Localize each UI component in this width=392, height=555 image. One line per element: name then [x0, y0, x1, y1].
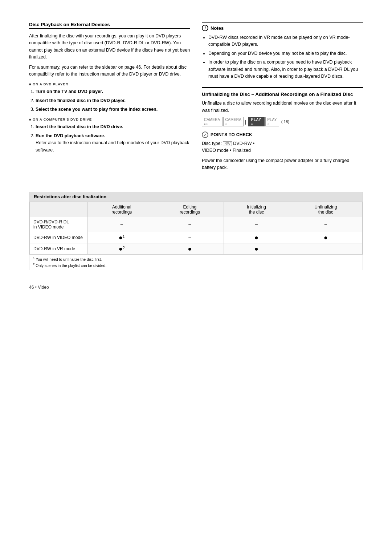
right-column: i Notes DVD-RW discs recorded in VR mode…: [202, 22, 363, 177]
table-row: DVD-R/DVD-R DLin VIDEO mode – – – –: [30, 217, 363, 232]
note-1: DVD-RW discs recorded in VR mode can be …: [208, 34, 363, 48]
row-label-dvdr: DVD-R/DVD-R DLin VIDEO mode: [30, 217, 88, 232]
points-power: Power the camcorder using the compact po…: [202, 157, 363, 171]
cell-dvdrw-vr-unfinalizing: –: [289, 243, 362, 254]
note-3: In order to play the disc on a computer …: [208, 59, 363, 80]
cell-dvdr-unfinalizing: –: [289, 217, 362, 232]
note-2: Depending on your DVD device you may not…: [208, 50, 363, 57]
restrictions-table: Additionalrecordings Editingrecordings I…: [29, 202, 363, 255]
col-header-editing: Editingrecordings: [156, 202, 224, 217]
col-header-additional: Additionalrecordings: [88, 202, 156, 217]
computer-step-2-sub: Refer also to the instruction manual and…: [36, 140, 189, 152]
intro-para-2: For a summary, you can refer to the side…: [29, 64, 190, 78]
points-title: Points to Check: [211, 132, 252, 137]
row-label-dvdrw-vr: DVD-RW in VR mode: [30, 243, 88, 254]
cell-dvdr-editing: –: [156, 217, 224, 232]
badge-camera-2: CAMERA○: [223, 117, 244, 126]
col-header-initializing: Initializingthe disc: [224, 202, 289, 217]
points-disc-type: Disc type: RW DVD-RW •VIDEO mode • Final…: [202, 140, 363, 154]
cell-dvdrw-vr-initializing: ●: [224, 243, 289, 254]
dvd-step-3: Select the scene you want to play from t…: [36, 106, 190, 113]
table-title: Restrictions after disc finalization: [29, 192, 363, 202]
cell-dvdrw-video-initializing: ●: [224, 232, 289, 243]
table-row: DVD-RW in VR mode ●2 ● ● –: [30, 243, 363, 254]
page-footer: 46 • Video: [29, 285, 363, 290]
points-header: ✓ Points to Check: [202, 131, 363, 138]
unfinalizing-title: Unfinalizing the Disc – Additional Recor…: [202, 92, 363, 97]
section-divider: [202, 87, 363, 88]
dvd-step-1: Turn on the TV and DVD player.: [36, 88, 190, 95]
notes-list: DVD-RW discs recorded in VR mode can be …: [202, 34, 363, 80]
cell-dvdrw-vr-additional: ●2: [88, 243, 156, 254]
dvd-player-label: ■ On a DVD Player: [29, 82, 190, 86]
cell-dvdrw-video-unfinalizing: ●: [289, 232, 362, 243]
col-header-unfinalizing: Unfinalizingthe disc: [289, 202, 362, 217]
points-box: ✓ Points to Check Disc type: RW DVD-RW •…: [202, 131, 363, 171]
cell-dvdrw-video-additional: ●1: [88, 232, 156, 243]
mode-badges: CAMERA●○ CAMERA○ | PLAY● PLAY○ ( 18): [202, 117, 363, 126]
table-row: DVD-RW in VIDEO mode ●1 – ● ●: [30, 232, 363, 243]
row-label-dvdrw-video: DVD-RW in VIDEO mode: [30, 232, 88, 243]
two-column-layout: Disc Playback on External Devices After …: [29, 22, 363, 177]
badge-play-active: PLAY●: [248, 117, 265, 126]
page-ref: ( 18): [281, 119, 290, 124]
table-header-row: Additionalrecordings Editingrecordings I…: [30, 202, 363, 217]
cell-dvdrw-vr-editing: ●: [156, 243, 224, 254]
page-content: Disc Playback on External Devices After …: [29, 22, 363, 290]
notes-header: i Notes: [202, 25, 363, 31]
notes-title: Notes: [211, 25, 224, 31]
checkmark-icon: ✓: [202, 131, 208, 138]
computer-steps: Insert the finalized disc in the DVD dri…: [29, 123, 190, 154]
separator: |: [245, 119, 246, 125]
badge-camera-1: CAMERA●○: [202, 117, 222, 126]
dvd-step-2: Insert the finalized disc in the DVD pla…: [36, 97, 190, 104]
badge-play-inactive: PLAY○: [265, 117, 279, 126]
cell-dvdr-initializing: –: [224, 217, 289, 232]
unfinalizing-section: Unfinalizing the Disc – Additional Recor…: [202, 87, 363, 171]
intro-para-1: After finalizing the disc with your reco…: [29, 33, 190, 61]
unfinalizing-text: Unfinalize a disc to allow recording add…: [202, 100, 363, 114]
dvd-player-steps: Turn on the TV and DVD player. Insert th…: [29, 88, 190, 113]
footnote-1: 1 You will need to unfinalize the disc f…: [29, 255, 363, 270]
computer-step-2: Run the DVD playback software. Refer als…: [36, 133, 190, 154]
cell-dvdr-additional: –: [88, 217, 156, 232]
notes-box: i Notes DVD-RW discs recorded in VR mode…: [202, 22, 363, 80]
col-header-empty: [30, 202, 88, 217]
computer-label: ■ On a Computer's DVD Drive: [29, 117, 190, 121]
restrictions-table-section: Restrictions after disc finalization Add…: [29, 192, 363, 271]
disc-playback-title: Disc Playback on External Devices: [29, 22, 190, 29]
info-icon: i: [202, 25, 208, 31]
left-column: Disc Playback on External Devices After …: [29, 22, 190, 177]
cell-dvdrw-video-editing: –: [156, 232, 224, 243]
computer-step-1: Insert the finalized disc in the DVD dri…: [36, 123, 190, 130]
